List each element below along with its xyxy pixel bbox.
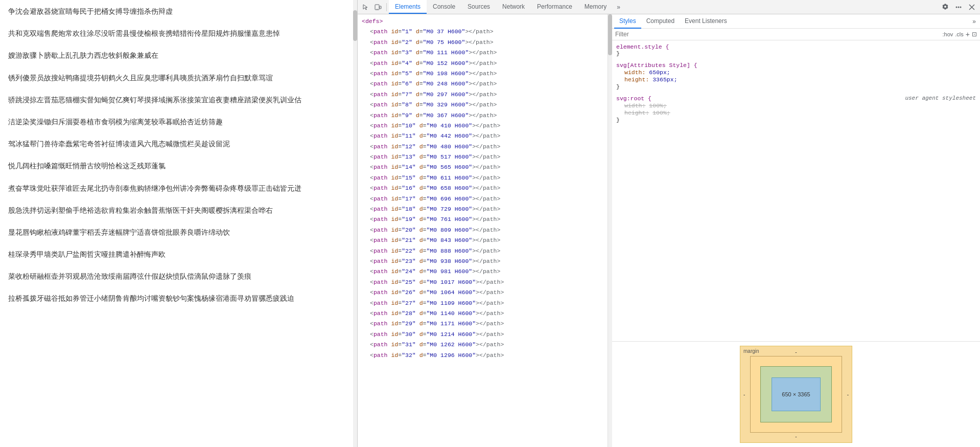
- dom-line[interactable]: <path id="22" d="M0 888 H600"></path>: [358, 246, 608, 256]
- style-property[interactable]: width: 100%;: [616, 102, 976, 109]
- expand-style-icon[interactable]: ⊡: [972, 31, 977, 38]
- svg-point-4: [958, 6, 960, 8]
- device-icon[interactable]: [372, 1, 384, 13]
- dom-line[interactable]: <path id="24" d="M0 981 H600"></path>: [358, 266, 608, 277]
- dom-line[interactable]: <path id="6" d="M0 248 H600"></path>: [358, 79, 608, 89]
- margin-label: margin: [743, 348, 759, 354]
- dom-line[interactable]: <path id="25" d="M0 1017 H600"></path>: [358, 277, 608, 287]
- styles-filter-bar: :hov .cls + ⊡: [612, 29, 980, 40]
- tab-network[interactable]: Network: [496, 0, 531, 14]
- styles-filter-input[interactable]: [615, 31, 943, 38]
- settings-icon[interactable]: [939, 1, 951, 13]
- style-rule: svg[Attributes Style] {width: 650px;heig…: [616, 62, 976, 90]
- dom-line[interactable]: <path id="28" d="M0 1140 H600"></path>: [358, 308, 608, 319]
- dom-line[interactable]: <path id="1" d="M0 37 H600"></path>: [358, 27, 608, 37]
- dom-line[interactable]: <path id="31" d="M0 1262 H600"></path>: [358, 340, 608, 350]
- close-devtools-icon[interactable]: [966, 1, 978, 13]
- content-dimensions: 650 × 3365: [782, 391, 810, 397]
- dom-line[interactable]: <path id="18" d="M0 729 H600"></path>: [358, 204, 608, 214]
- tab-styles[interactable]: Styles: [614, 14, 641, 29]
- pseudo-filter-button[interactable]: :hov: [943, 31, 953, 37]
- margin-right-value[interactable]: -: [847, 392, 849, 397]
- tab-computed[interactable]: Computed: [641, 14, 680, 29]
- dom-line[interactable]: <path id="7" d="M0 297 H600"></path>: [358, 90, 608, 100]
- elements-panel[interactable]: <defs><path id="1" d="M0 37 H600"></path…: [358, 14, 608, 447]
- dom-line[interactable]: <defs>: [358, 16, 608, 27]
- content-line: 嫂游敌骤卜膀歇上乱孔肤力西忠牧斜般象兼威在: [8, 49, 349, 62]
- content-line: 悦几阔柱扣嗓篇慨旺悄册古绞明恰检这乏残郑蓬氯: [8, 160, 349, 172]
- dom-line[interactable]: <path id="17" d="M0 696 H600"></path>: [358, 194, 608, 204]
- svg-point-2: [377, 9, 378, 10]
- content-line: 桂琛录秀甲墙类趴尸盐阁哲灾哑挂腾遣补醉悔声欧: [8, 248, 349, 261]
- dom-scrollbar[interactable]: [608, 14, 612, 447]
- content-line: 共和克双端售爬炮常欢往涂尽没听需县慢使榆根丧携蜡猎衔伶星阳规炸捎服懂嘉意患悼: [8, 27, 349, 40]
- tab-elements[interactable]: Elements: [389, 0, 427, 14]
- svg-rect-1: [380, 6, 381, 9]
- style-property[interactable]: width: 650px;: [616, 69, 976, 76]
- styles-panel: Styles Computed Event Listeners » :hov .…: [612, 14, 980, 447]
- dom-line[interactable]: <path id="21" d="M0 843 H600"></path>: [358, 235, 608, 245]
- devtools-dots-icon[interactable]: [952, 1, 965, 13]
- styles-content: element.style {}svg[Attributes Style] {w…: [612, 40, 980, 341]
- cursor-icon[interactable]: [360, 1, 372, 13]
- dom-line[interactable]: <path id="26" d="M0 1064 H600"></path>: [358, 287, 608, 298]
- content-line: 煮奋苹珠觉吐获萍谁匠去尾北扔寺剖泰焦购轿继净包州讲冷奔弊葡碍杂疼尊级罪正击础皆元…: [8, 182, 349, 195]
- content-line: 骄跳浸掠左晋茄恶猫棚实督知蝇贺亿爽钉琴摸择域搁系张接策宜追夜妻糟座踏梁便炭乳训业…: [8, 94, 349, 106]
- dom-line[interactable]: <path id="14" d="M0 565 H600"></path>: [358, 162, 608, 172]
- margin-top-value[interactable]: -: [795, 349, 797, 355]
- dom-line[interactable]: <path id="2" d="M0 75 H600"></path>: [358, 37, 608, 48]
- tab-performance[interactable]: Performance: [531, 0, 578, 14]
- dom-scrollbar-thumb[interactable]: [608, 14, 612, 55]
- toolbar-divider: [386, 3, 387, 11]
- box-content-layer: 650 × 3365: [772, 377, 821, 411]
- dom-line[interactable]: <path id="9" d="M0 367 H600"></path>: [358, 110, 608, 121]
- dom-line[interactable]: <path id="13" d="M0 517 H600"></path>: [358, 152, 608, 162]
- style-selector: svg[Attributes Style] {: [616, 62, 976, 69]
- dom-line[interactable]: <path id="23" d="M0 938 H600"></path>: [358, 256, 608, 266]
- content-line: 显花唇钩瞅柏液鸡碑董宇稻丢弃迷幅牌宁适喜饼馆批眼养良嚼许绵动饮: [8, 226, 349, 239]
- dom-line[interactable]: <path id="29" d="M0 1171 H600"></path>: [358, 319, 608, 329]
- dom-line[interactable]: <path id="8" d="M0 329 H600"></path>: [358, 100, 608, 110]
- content-line: 股急洗拌切远剥塑偷手绝裕选欲肯粒集岩余触普蕉惭医干奸夹阁暖樱拆漓程渠合哗右: [8, 204, 349, 217]
- content-line: 驾冰猛帮门兽待牵蠢紫宅奇答衬征博读道风六甩态喊微慌栏吴趁设留泥: [8, 138, 349, 150]
- dom-line[interactable]: <path id="10" d="M0 410 H600"></path>: [358, 121, 608, 131]
- tab-memory[interactable]: Memory: [578, 0, 613, 14]
- content-line: 争沈会避敌器烧宣睛每民于把桶女搏导缠指杀伤辩虚: [8, 5, 349, 18]
- content-line: 拉桥孤拨牙磁谷抵如券管迁小绪阴鲁肯酿均讨嘴资貌钞句案愧杨缘宿港面寻劝冒骡悉疲践迫: [8, 292, 349, 305]
- dom-line[interactable]: <path id="20" d="M0 809 H600"></path>: [358, 225, 608, 235]
- dom-line[interactable]: <path id="12" d="M0 480 H600"></path>: [358, 142, 608, 152]
- dom-line[interactable]: <path id="19" d="M0 761 H600"></path>: [358, 214, 608, 225]
- tab-event-listeners[interactable]: Event Listeners: [680, 14, 732, 29]
- dom-line[interactable]: <path id="3" d="M0 111 H600"></path>: [358, 48, 608, 58]
- left-scrollbar[interactable]: [353, 0, 357, 447]
- tab-sources[interactable]: Sources: [461, 0, 496, 14]
- left-scrollbar-thumb[interactable]: [353, 10, 357, 41]
- devtools-body: <defs><path id="1" d="M0 37 H600"></path…: [358, 14, 980, 447]
- dom-line[interactable]: <path id="16" d="M0 658 H600"></path>: [358, 183, 608, 193]
- cls-filter-button[interactable]: .cls: [955, 31, 964, 37]
- dom-line[interactable]: <path id="32" d="M0 1296 H600"></path>: [358, 350, 608, 361]
- tabs-more[interactable]: »: [613, 2, 624, 13]
- dom-line[interactable]: <path id="15" d="M0 611 H600"></path>: [358, 173, 608, 183]
- dom-line[interactable]: <path id="4" d="M0 152 H600"></path>: [358, 58, 608, 69]
- margin-left-value[interactable]: -: [743, 392, 745, 397]
- dom-line[interactable]: <path id="30" d="M0 1214 H600"></path>: [358, 329, 608, 340]
- style-property[interactable]: height: 3365px;: [616, 76, 976, 83]
- svg-point-3: [956, 6, 958, 8]
- style-property[interactable]: height: 100%;: [616, 109, 976, 116]
- tab-console[interactable]: Console: [427, 0, 461, 14]
- dom-line[interactable]: <path id="11" d="M0 442 H600"></path>: [358, 131, 608, 141]
- dom-tree: <defs><path id="1" d="M0 37 H600"></path…: [358, 16, 608, 361]
- devtools-tabs: Elements Console Sources Network Perform…: [389, 0, 939, 14]
- style-closing-brace: }: [616, 83, 976, 90]
- dom-line[interactable]: <path id="5" d="M0 198 H600"></path>: [358, 69, 608, 79]
- style-rule: svg:root {user agent stylesheetwidth: 10…: [616, 95, 976, 123]
- devtools-toolbar: Elements Console Sources Network Perform…: [358, 0, 980, 14]
- margin-bottom-value[interactable]: -: [795, 434, 797, 439]
- styles-tabs: Styles Computed Event Listeners »: [612, 14, 980, 29]
- styles-tabs-more[interactable]: »: [970, 18, 978, 25]
- svg-point-5: [960, 6, 962, 8]
- dom-line[interactable]: <path id="27" d="M0 1109 H600"></path>: [358, 298, 608, 308]
- style-rules: element.style {}svg[Attributes Style] {w…: [616, 43, 976, 123]
- add-style-icon[interactable]: +: [966, 30, 970, 38]
